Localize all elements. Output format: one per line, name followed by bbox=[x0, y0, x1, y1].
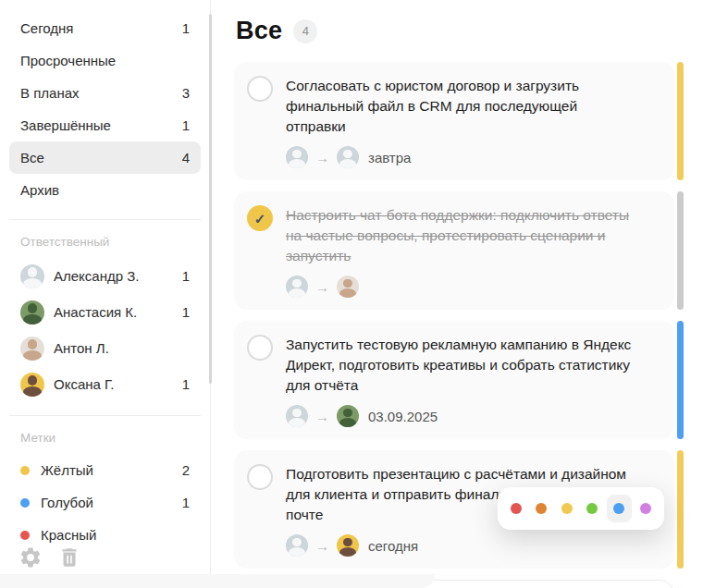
color-dot bbox=[536, 503, 547, 514]
assignee-count: 1 bbox=[182, 304, 190, 320]
task-card[interactable]: ✓ Настроить чат-бота поддержки: подключи… bbox=[234, 191, 674, 310]
color-dot bbox=[613, 503, 624, 514]
label-name: Голубой bbox=[41, 495, 182, 510]
sidebar-label-yellow[interactable]: Жёлтый 2 bbox=[9, 454, 201, 486]
task-checkbox[interactable]: ✓ bbox=[247, 335, 273, 361]
label-color-picker-popup bbox=[498, 487, 664, 530]
check-icon: ✓ bbox=[254, 212, 266, 226]
task-checkbox[interactable]: ✓ bbox=[247, 205, 273, 231]
sidebar-item-count: 4 bbox=[182, 150, 190, 165]
task-card[interactable]: ✓ Согласовать с юристом договор и загруз… bbox=[234, 62, 674, 180]
due-date: сегодня bbox=[368, 538, 418, 554]
sidebar-item-count: 1 bbox=[182, 117, 190, 133]
sidebar-item-count: 3 bbox=[182, 85, 190, 101]
sidebar-item-label: Все bbox=[20, 150, 182, 165]
sidebar-assignee-anton[interactable]: Антон Л. bbox=[9, 330, 201, 366]
assignee-count: 1 bbox=[182, 376, 190, 392]
assignee-name: Анастасия К. bbox=[54, 304, 182, 320]
divider bbox=[9, 219, 201, 220]
priority-stripe bbox=[677, 321, 684, 439]
sidebar-item-overdue[interactable]: Просроченные bbox=[9, 44, 201, 77]
page-title: Все bbox=[236, 17, 282, 45]
color-swatch-yellow[interactable] bbox=[556, 496, 577, 521]
sidebar-footer bbox=[18, 545, 81, 573]
avatar-assignee bbox=[337, 146, 359, 168]
sidebar-item-planned[interactable]: В планах 3 bbox=[9, 77, 201, 109]
arrow-icon: → bbox=[315, 410, 329, 423]
assignee-name: Антон Л. bbox=[54, 340, 190, 356]
priority-stripe bbox=[677, 450, 684, 569]
label-color-dot bbox=[20, 466, 30, 475]
settings-gear-icon[interactable] bbox=[18, 545, 43, 573]
color-swatch-blue[interactable] bbox=[607, 495, 632, 522]
avatar-assignee bbox=[337, 405, 359, 427]
label-count: 1 bbox=[182, 495, 190, 510]
task-meta: → bbox=[286, 276, 639, 298]
label-count: 2 bbox=[182, 462, 190, 478]
label-name: Красный bbox=[41, 527, 190, 543]
assignee-name: Оксана Г. bbox=[54, 376, 182, 392]
avatar bbox=[20, 300, 44, 325]
sidebar-item-completed[interactable]: Завершённые 1 bbox=[9, 109, 201, 141]
avatar-author bbox=[286, 146, 308, 168]
task-meta: → 03.09.2025 bbox=[286, 405, 639, 427]
page-header: Все 4 bbox=[236, 17, 703, 45]
sidebar-item-count: 1 bbox=[182, 20, 190, 36]
due-date: завтра bbox=[368, 150, 411, 165]
color-swatch-red[interactable] bbox=[505, 496, 526, 521]
sidebar-item-archive[interactable]: Архив bbox=[9, 174, 201, 206]
label-color-dot bbox=[20, 531, 30, 540]
sidebar-assignee-alexander[interactable]: Александр З. 1 bbox=[9, 258, 201, 294]
arrow-icon: → bbox=[315, 280, 329, 294]
color-dot bbox=[640, 503, 651, 514]
task-text: Согласовать с юристом договор и загрузит… bbox=[286, 76, 639, 137]
avatar bbox=[20, 264, 44, 288]
avatar-assignee bbox=[337, 276, 359, 298]
sidebar-item-label: Архив bbox=[20, 182, 190, 198]
arrow-icon: → bbox=[315, 539, 329, 553]
sidebar-assignee-oksana[interactable]: Оксана Г. 1 bbox=[9, 366, 201, 402]
avatar-author bbox=[286, 405, 308, 427]
avatar-assignee bbox=[337, 534, 359, 557]
task-checkbox[interactable]: ✓ bbox=[247, 464, 273, 490]
sidebar-labels: Жёлтый 2 Голубой 1 Красный bbox=[0, 454, 210, 551]
label-color-dot bbox=[20, 498, 30, 508]
sidebar-label-blue[interactable]: Голубой 1 bbox=[9, 486, 201, 519]
task-card[interactable]: ✓ Запустить тестовую рекламную кампанию … bbox=[234, 321, 674, 439]
color-dot bbox=[586, 503, 598, 514]
sidebar-assignee-anastasia[interactable]: Анастасия К. 1 bbox=[9, 294, 201, 330]
avatar bbox=[20, 337, 44, 361]
sidebar-item-all[interactable]: Все 4 bbox=[9, 141, 201, 174]
color-dot bbox=[511, 503, 522, 514]
task-text: Запустить тестовую рекламную кампанию в … bbox=[286, 335, 639, 396]
sidebar-item-label: В планах bbox=[20, 85, 182, 101]
sidebar-item-label: Сегодня bbox=[20, 20, 182, 36]
trash-icon[interactable] bbox=[57, 545, 81, 573]
sidebar: Сегодня 1 Просроченные В планах 3 Заверш… bbox=[0, 0, 211, 588]
priority-stripe bbox=[677, 191, 684, 310]
task-text: Настроить чат-бота поддержки: подключить… bbox=[286, 205, 639, 266]
divider bbox=[9, 415, 201, 416]
assignees-section-title: Ответственный bbox=[0, 229, 210, 258]
arrow-icon: → bbox=[315, 151, 329, 165]
assignee-name: Александр З. bbox=[54, 268, 182, 284]
color-swatch-orange[interactable] bbox=[530, 496, 551, 521]
window-bottom-edge bbox=[0, 574, 435, 588]
sidebar-item-today[interactable]: Сегодня 1 bbox=[9, 12, 201, 44]
label-name: Жёлтый bbox=[41, 462, 182, 478]
due-date: 03.09.2025 bbox=[368, 409, 438, 424]
task-checkbox[interactable]: ✓ bbox=[247, 76, 273, 102]
task-meta: → завтра bbox=[286, 146, 639, 168]
priority-stripe bbox=[677, 62, 684, 180]
sidebar-assignees: Александр З. 1 Анастасия К. 1 Антон Л. О… bbox=[0, 258, 210, 402]
avatar-author bbox=[286, 534, 308, 557]
color-swatch-green[interactable] bbox=[581, 496, 602, 521]
sidebar-item-label: Завершённые bbox=[20, 117, 182, 133]
assignee-count: 1 bbox=[182, 268, 190, 284]
sidebar-filters: Сегодня 1 Просроченные В планах 3 Заверш… bbox=[0, 12, 210, 206]
sidebar-item-label: Просроченные bbox=[20, 53, 190, 68]
task-count-badge: 4 bbox=[293, 19, 317, 43]
color-swatch-purple[interactable] bbox=[635, 496, 657, 521]
task-meta: → сегодня bbox=[286, 534, 639, 557]
avatar bbox=[20, 373, 44, 397]
